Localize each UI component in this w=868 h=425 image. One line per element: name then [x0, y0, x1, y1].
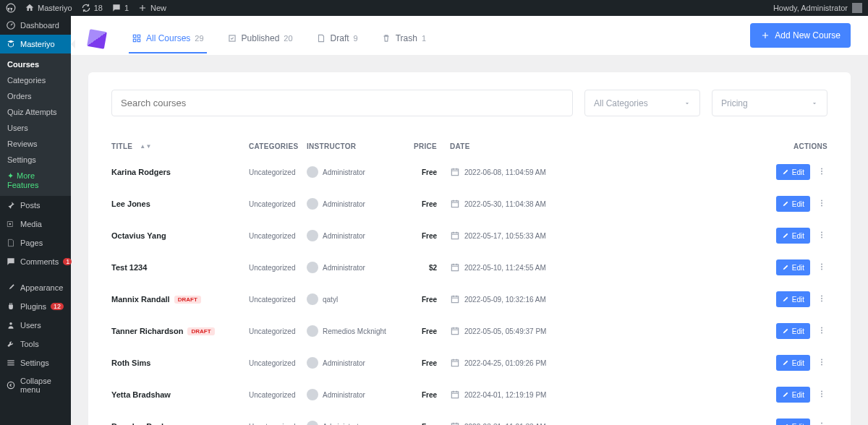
topbar-left: Masteriyo 18 1 New [6, 3, 166, 13]
edit-button[interactable]: Edit [776, 387, 810, 403]
cell-title[interactable]: Mannix Randall DRAFT [111, 295, 249, 304]
more-actions-button[interactable] [816, 356, 827, 369]
sub-item-settings[interactable]: Settings [0, 152, 71, 168]
dropdown-label: All Categories [594, 98, 648, 108]
sidebar-item-plugins[interactable]: Plugins 12 [0, 297, 71, 316]
sidebar-item-posts[interactable]: Posts [0, 196, 71, 215]
cell-title[interactable]: Tanner Richardson DRAFT [111, 327, 249, 335]
pricing-dropdown[interactable]: Pricing [712, 90, 827, 116]
calendar-icon [450, 167, 460, 177]
table-body: Karina Rodgers Uncategorized Administrat… [111, 156, 827, 425]
cell-category[interactable]: Uncategorized [249, 359, 307, 367]
pencil-icon [782, 326, 789, 336]
header-title[interactable]: TITLE▲▼ [111, 142, 249, 150]
sidebar-submenu: Courses Categories Orders Quiz Attempts … [0, 53, 71, 196]
cell-price: $2 [408, 264, 437, 272]
howdy-link[interactable]: Howdy, Administrator [773, 4, 848, 12]
cell-price: Free [408, 423, 437, 426]
svg-rect-11 [137, 39, 140, 42]
cell-actions: Edit [596, 259, 827, 275]
cell-category[interactable]: Uncategorized [249, 327, 307, 335]
cell-category[interactable]: Uncategorized [249, 391, 307, 399]
svg-point-31 [821, 298, 822, 299]
main-content: All Courses 29 Published 20 Draft 9 Tras… [71, 16, 868, 425]
tab-trash[interactable]: Trash 1 [378, 25, 429, 53]
cell-category[interactable]: Uncategorized [249, 423, 307, 426]
cell-category[interactable]: Uncategorized [249, 296, 307, 304]
more-actions-button[interactable] [816, 293, 827, 306]
sidebar-item-comments[interactable]: Comments 1 [0, 252, 71, 271]
svg-rect-37 [451, 360, 458, 366]
more-actions-button[interactable] [816, 261, 827, 274]
svg-rect-4 [7, 361, 14, 361]
sidebar-item-collapse[interactable]: Collapse menu [0, 372, 71, 398]
tab-all-courses[interactable]: All Courses 29 [129, 25, 207, 53]
table-row: Tanner Richardson DRAFT Uncategorized Re… [111, 315, 827, 347]
cell-title[interactable]: Octavius Yang [111, 231, 249, 240]
categories-dropdown[interactable]: All Categories [584, 90, 700, 116]
search-input[interactable] [111, 90, 573, 116]
updates-link[interactable]: 18 [81, 3, 103, 13]
instructor-avatar [307, 293, 318, 305]
svg-point-28 [821, 269, 822, 270]
edit-button[interactable]: Edit [776, 418, 810, 425]
cell-actions: Edit [596, 196, 827, 212]
cell-title[interactable]: Test 1234 [111, 263, 249, 272]
cell-price: Free [408, 168, 437, 176]
sidebar-item-tools[interactable]: Tools [0, 335, 71, 353]
cell-actions: Edit [596, 387, 827, 403]
user-avatar[interactable] [852, 3, 862, 13]
sub-item-more-features[interactable]: ✦More Features [0, 168, 71, 193]
sidebar-item-settings[interactable]: Settings [0, 353, 71, 372]
edit-button[interactable]: Edit [776, 196, 810, 212]
edit-button[interactable]: Edit [776, 323, 810, 339]
wp-logo[interactable] [6, 3, 16, 13]
sidebar-item-dashboard[interactable]: Dashboard [0, 16, 71, 35]
more-actions-button[interactable] [816, 388, 827, 401]
cell-title[interactable]: Roth Sims [111, 359, 249, 367]
sub-item-reviews[interactable]: Reviews [0, 136, 71, 152]
cell-title[interactable]: Brandon Banks [111, 422, 249, 425]
sub-item-users[interactable]: Users [0, 120, 71, 136]
edit-button[interactable]: Edit [776, 259, 810, 275]
cell-date: 2022-05-17, 10:55:33 AM [437, 231, 596, 241]
add-new-course-button[interactable]: Add New Course [750, 23, 851, 48]
tab-draft[interactable]: Draft 9 [313, 25, 361, 53]
edit-button[interactable]: Edit [776, 291, 810, 307]
more-actions-button[interactable] [816, 325, 827, 338]
sidebar-item-pages[interactable]: Pages [0, 233, 71, 252]
cell-title[interactable]: Lee Jones [111, 199, 249, 208]
site-name-link[interactable]: Masteriyo [25, 3, 72, 13]
cell-actions: Edit [596, 164, 827, 180]
cell-title[interactable]: Karina Rodgers [111, 168, 249, 176]
more-actions-button[interactable] [816, 197, 827, 210]
table-row: Lee Jones Uncategorized Administrator Fr… [111, 188, 827, 220]
sub-item-courses[interactable]: Courses [0, 56, 71, 72]
svg-point-7 [7, 382, 14, 388]
cell-category[interactable]: Uncategorized [249, 200, 307, 208]
svg-rect-17 [451, 201, 458, 207]
edit-button[interactable]: Edit [776, 228, 810, 244]
tab-published[interactable]: Published 20 [224, 25, 296, 53]
cell-category[interactable]: Uncategorized [249, 264, 307, 272]
cell-instructor: Remedios Mcknight [307, 325, 408, 337]
more-actions-button[interactable] [816, 229, 827, 242]
sidebar-item-appearance[interactable]: Appearance [0, 278, 71, 297]
grid-icon [132, 33, 142, 43]
more-actions-button[interactable] [816, 166, 827, 179]
sidebar-item-users[interactable]: Users [0, 316, 71, 335]
sub-item-quiz-attempts[interactable]: Quiz Attempts [0, 104, 71, 120]
sub-item-orders[interactable]: Orders [0, 88, 71, 104]
cell-title[interactable]: Yetta Bradshaw [111, 390, 249, 399]
comments-link[interactable]: 1 [111, 3, 129, 13]
cell-date: 2022-06-08, 11:04:59 AM [437, 167, 596, 177]
cell-category[interactable]: Uncategorized [249, 232, 307, 240]
sidebar-item-masteriyo[interactable]: Masteriyo [0, 35, 71, 53]
sub-item-categories[interactable]: Categories [0, 72, 71, 88]
edit-button[interactable]: Edit [776, 355, 810, 371]
sidebar-item-media[interactable]: Media [0, 215, 71, 233]
cell-category[interactable]: Uncategorized [249, 168, 307, 176]
new-link[interactable]: New [137, 3, 166, 13]
edit-button[interactable]: Edit [776, 164, 810, 180]
more-actions-button[interactable] [816, 420, 827, 425]
